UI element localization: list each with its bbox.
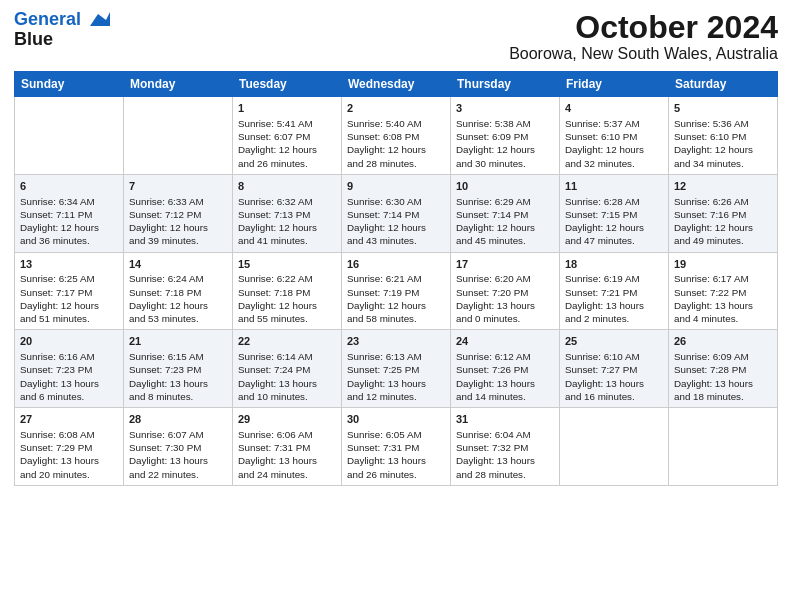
day-info: Sunrise: 6:14 AM Sunset: 7:24 PM Dayligh… — [238, 350, 336, 403]
day-number: 22 — [238, 334, 336, 349]
day-info: Sunrise: 6:19 AM Sunset: 7:21 PM Dayligh… — [565, 272, 663, 325]
table-row: 22Sunrise: 6:14 AM Sunset: 7:24 PM Dayli… — [233, 330, 342, 408]
svg-marker-0 — [90, 12, 110, 26]
day-info: Sunrise: 6:26 AM Sunset: 7:16 PM Dayligh… — [674, 195, 772, 248]
day-info: Sunrise: 5:37 AM Sunset: 6:10 PM Dayligh… — [565, 117, 663, 170]
table-row: 9Sunrise: 6:30 AM Sunset: 7:14 PM Daylig… — [342, 174, 451, 252]
day-number: 5 — [674, 101, 772, 116]
day-info: Sunrise: 6:29 AM Sunset: 7:14 PM Dayligh… — [456, 195, 554, 248]
day-info: Sunrise: 5:38 AM Sunset: 6:09 PM Dayligh… — [456, 117, 554, 170]
day-number: 12 — [674, 179, 772, 194]
day-number: 6 — [20, 179, 118, 194]
table-row: 24Sunrise: 6:12 AM Sunset: 7:26 PM Dayli… — [451, 330, 560, 408]
calendar-row: 1Sunrise: 5:41 AM Sunset: 6:07 PM Daylig… — [15, 97, 778, 175]
day-number: 3 — [456, 101, 554, 116]
logo-blue: Blue — [14, 29, 53, 49]
day-number: 1 — [238, 101, 336, 116]
day-info: Sunrise: 6:05 AM Sunset: 7:31 PM Dayligh… — [347, 428, 445, 481]
logo: General Blue — [14, 10, 110, 50]
month-title: October 2024 — [509, 10, 778, 45]
day-info: Sunrise: 6:04 AM Sunset: 7:32 PM Dayligh… — [456, 428, 554, 481]
table-row: 5Sunrise: 5:36 AM Sunset: 6:10 PM Daylig… — [669, 97, 778, 175]
table-row: 21Sunrise: 6:15 AM Sunset: 7:23 PM Dayli… — [124, 330, 233, 408]
day-number: 7 — [129, 179, 227, 194]
day-number: 2 — [347, 101, 445, 116]
day-info: Sunrise: 6:06 AM Sunset: 7:31 PM Dayligh… — [238, 428, 336, 481]
table-row: 1Sunrise: 5:41 AM Sunset: 6:07 PM Daylig… — [233, 97, 342, 175]
table-row: 12Sunrise: 6:26 AM Sunset: 7:16 PM Dayli… — [669, 174, 778, 252]
day-info: Sunrise: 5:40 AM Sunset: 6:08 PM Dayligh… — [347, 117, 445, 170]
table-row: 28Sunrise: 6:07 AM Sunset: 7:30 PM Dayli… — [124, 408, 233, 486]
table-row — [669, 408, 778, 486]
day-info: Sunrise: 6:34 AM Sunset: 7:11 PM Dayligh… — [20, 195, 118, 248]
day-number: 30 — [347, 412, 445, 427]
table-row: 6Sunrise: 6:34 AM Sunset: 7:11 PM Daylig… — [15, 174, 124, 252]
calendar-row: 27Sunrise: 6:08 AM Sunset: 7:29 PM Dayli… — [15, 408, 778, 486]
day-number: 15 — [238, 257, 336, 272]
page: General Blue October 2024 Boorowa, New S… — [0, 0, 792, 612]
day-number: 25 — [565, 334, 663, 349]
day-info: Sunrise: 6:07 AM Sunset: 7:30 PM Dayligh… — [129, 428, 227, 481]
day-number: 9 — [347, 179, 445, 194]
day-info: Sunrise: 5:41 AM Sunset: 6:07 PM Dayligh… — [238, 117, 336, 170]
day-number: 27 — [20, 412, 118, 427]
day-info: Sunrise: 6:09 AM Sunset: 7:28 PM Dayligh… — [674, 350, 772, 403]
col-friday: Friday — [560, 72, 669, 97]
table-row: 31Sunrise: 6:04 AM Sunset: 7:32 PM Dayli… — [451, 408, 560, 486]
table-row: 29Sunrise: 6:06 AM Sunset: 7:31 PM Dayli… — [233, 408, 342, 486]
logo-text: General — [14, 10, 110, 30]
day-info: Sunrise: 6:20 AM Sunset: 7:20 PM Dayligh… — [456, 272, 554, 325]
col-thursday: Thursday — [451, 72, 560, 97]
day-number: 28 — [129, 412, 227, 427]
day-info: Sunrise: 6:30 AM Sunset: 7:14 PM Dayligh… — [347, 195, 445, 248]
day-info: Sunrise: 6:10 AM Sunset: 7:27 PM Dayligh… — [565, 350, 663, 403]
day-info: Sunrise: 6:12 AM Sunset: 7:26 PM Dayligh… — [456, 350, 554, 403]
calendar-table: Sunday Monday Tuesday Wednesday Thursday… — [14, 71, 778, 486]
day-number: 26 — [674, 334, 772, 349]
col-monday: Monday — [124, 72, 233, 97]
table-row: 15Sunrise: 6:22 AM Sunset: 7:18 PM Dayli… — [233, 252, 342, 330]
table-row — [124, 97, 233, 175]
table-row: 17Sunrise: 6:20 AM Sunset: 7:20 PM Dayli… — [451, 252, 560, 330]
table-row: 23Sunrise: 6:13 AM Sunset: 7:25 PM Dayli… — [342, 330, 451, 408]
logo-bird-icon — [88, 12, 110, 28]
col-wednesday: Wednesday — [342, 72, 451, 97]
header: General Blue October 2024 Boorowa, New S… — [14, 10, 778, 63]
table-row: 2Sunrise: 5:40 AM Sunset: 6:08 PM Daylig… — [342, 97, 451, 175]
day-info: Sunrise: 6:24 AM Sunset: 7:18 PM Dayligh… — [129, 272, 227, 325]
day-info: Sunrise: 6:33 AM Sunset: 7:12 PM Dayligh… — [129, 195, 227, 248]
table-row: 25Sunrise: 6:10 AM Sunset: 7:27 PM Dayli… — [560, 330, 669, 408]
table-row: 26Sunrise: 6:09 AM Sunset: 7:28 PM Dayli… — [669, 330, 778, 408]
day-info: Sunrise: 6:08 AM Sunset: 7:29 PM Dayligh… — [20, 428, 118, 481]
col-sunday: Sunday — [15, 72, 124, 97]
day-info: Sunrise: 6:16 AM Sunset: 7:23 PM Dayligh… — [20, 350, 118, 403]
day-number: 18 — [565, 257, 663, 272]
day-number: 21 — [129, 334, 227, 349]
table-row: 10Sunrise: 6:29 AM Sunset: 7:14 PM Dayli… — [451, 174, 560, 252]
day-number: 10 — [456, 179, 554, 194]
day-number: 20 — [20, 334, 118, 349]
table-row: 19Sunrise: 6:17 AM Sunset: 7:22 PM Dayli… — [669, 252, 778, 330]
day-info: Sunrise: 6:22 AM Sunset: 7:18 PM Dayligh… — [238, 272, 336, 325]
table-row: 8Sunrise: 6:32 AM Sunset: 7:13 PM Daylig… — [233, 174, 342, 252]
day-number: 13 — [20, 257, 118, 272]
day-info: Sunrise: 6:17 AM Sunset: 7:22 PM Dayligh… — [674, 272, 772, 325]
day-number: 8 — [238, 179, 336, 194]
day-info: Sunrise: 6:21 AM Sunset: 7:19 PM Dayligh… — [347, 272, 445, 325]
day-number: 4 — [565, 101, 663, 116]
day-info: Sunrise: 6:32 AM Sunset: 7:13 PM Dayligh… — [238, 195, 336, 248]
day-info: Sunrise: 6:28 AM Sunset: 7:15 PM Dayligh… — [565, 195, 663, 248]
table-row: 18Sunrise: 6:19 AM Sunset: 7:21 PM Dayli… — [560, 252, 669, 330]
day-info: Sunrise: 5:36 AM Sunset: 6:10 PM Dayligh… — [674, 117, 772, 170]
title-block: October 2024 Boorowa, New South Wales, A… — [509, 10, 778, 63]
day-number: 16 — [347, 257, 445, 272]
calendar-row: 13Sunrise: 6:25 AM Sunset: 7:17 PM Dayli… — [15, 252, 778, 330]
table-row: 30Sunrise: 6:05 AM Sunset: 7:31 PM Dayli… — [342, 408, 451, 486]
table-row: 4Sunrise: 5:37 AM Sunset: 6:10 PM Daylig… — [560, 97, 669, 175]
table-row: 3Sunrise: 5:38 AM Sunset: 6:09 PM Daylig… — [451, 97, 560, 175]
calendar-header-row: Sunday Monday Tuesday Wednesday Thursday… — [15, 72, 778, 97]
calendar-row: 6Sunrise: 6:34 AM Sunset: 7:11 PM Daylig… — [15, 174, 778, 252]
location-subtitle: Boorowa, New South Wales, Australia — [509, 45, 778, 63]
table-row — [560, 408, 669, 486]
day-info: Sunrise: 6:13 AM Sunset: 7:25 PM Dayligh… — [347, 350, 445, 403]
